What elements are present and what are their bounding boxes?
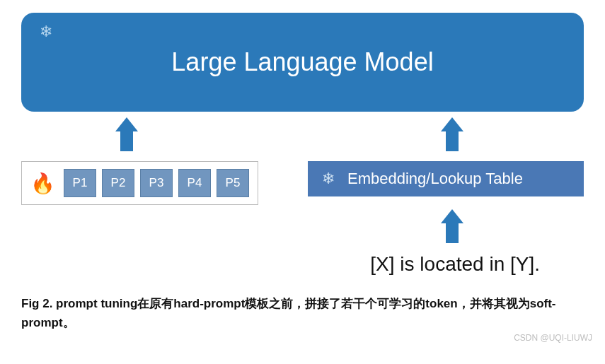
input-template-text: [X] is located in [Y].	[370, 253, 540, 276]
arrow-up-icon	[115, 117, 138, 131]
middle-row: 🔥 P1 P2 P3 P4 P5 ❄ Embedding/Lookup Tabl…	[21, 161, 584, 205]
llm-title: Large Language Model	[171, 47, 433, 77]
prompt-token: P3	[140, 169, 173, 197]
soft-prompt-box: 🔥 P1 P2 P3 P4 P5	[21, 161, 258, 205]
arrows-row-upper	[21, 117, 584, 131]
arrow-up-icon	[441, 209, 463, 223]
prompt-token: P1	[64, 169, 96, 197]
prompt-token: P4	[178, 169, 211, 197]
template-row: [X] is located in [Y].	[21, 253, 584, 276]
figure-caption: Fig 2. prompt tuning在原有hard-prompt模板之前，拼…	[21, 294, 584, 332]
fire-icon: 🔥	[30, 172, 55, 195]
embedding-label: Embedding/Lookup Table	[347, 170, 523, 188]
arrow-up-icon	[441, 117, 463, 131]
snowflake-icon: ❄	[40, 23, 52, 41]
prompt-token: P5	[217, 169, 249, 197]
snowflake-icon: ❄	[322, 170, 335, 188]
llm-box: ❄ Large Language Model	[21, 13, 584, 112]
prompt-token: P2	[102, 169, 134, 197]
watermark: CSDN @UQI-LIUWJ	[514, 333, 592, 343]
embedding-box: ❄ Embedding/Lookup Table	[308, 161, 584, 196]
arrows-row-lower	[21, 209, 584, 223]
